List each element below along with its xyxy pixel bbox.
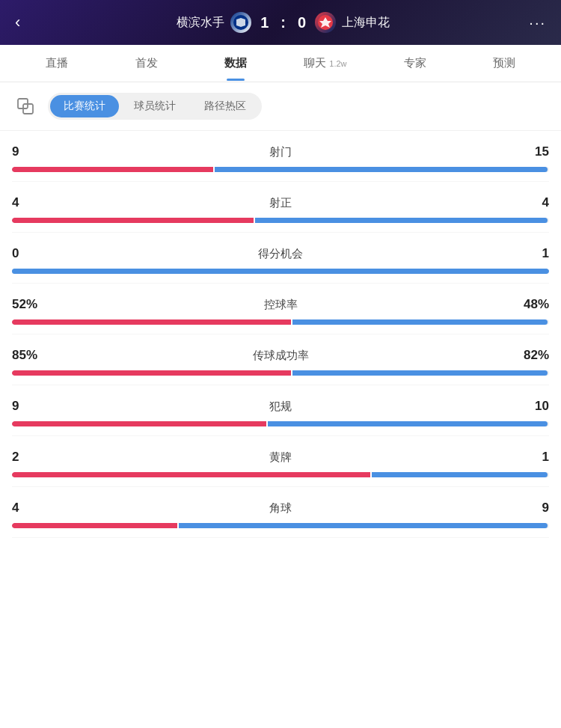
score-away: 0	[295, 14, 309, 31]
stat-row: 85% 传球成功率 82%	[12, 334, 549, 385]
sub-tab-group: 比赛统计 球员统计 路径热区	[48, 93, 262, 120]
more-button[interactable]: ···	[529, 14, 546, 31]
stat-right-value: 4	[512, 195, 549, 210]
bar-right	[179, 523, 548, 528]
copy-icon[interactable]	[12, 93, 39, 120]
score-home: 1	[257, 14, 272, 31]
stat-left-value: 52%	[12, 297, 49, 312]
home-team-name: 横滨水手	[177, 15, 224, 31]
stat-bars	[12, 218, 549, 223]
stat-bars	[12, 523, 549, 528]
stat-label: 传球成功率	[49, 349, 512, 363]
stat-row: 9 射门 15	[12, 131, 549, 182]
bar-left	[12, 319, 291, 325]
main-content: 比赛统计 球员统计 路径热区 9 射门 15 4 射正 4 0	[0, 82, 561, 728]
bar-right	[292, 370, 548, 376]
chat-badge: 1.2w	[329, 59, 346, 68]
stat-left-value: 4	[12, 195, 49, 210]
bar-left	[12, 218, 254, 223]
stat-left-value: 9	[12, 399, 49, 414]
bar-right	[268, 421, 548, 426]
bar-right	[255, 218, 548, 223]
stat-bars	[12, 167, 549, 172]
bar-right	[292, 319, 548, 325]
stat-bars	[12, 421, 549, 426]
stat-row: 2 黄牌 1	[12, 436, 549, 487]
stat-row: 4 角球 9	[12, 487, 549, 538]
home-team-badge	[230, 12, 251, 33]
stat-label: 黄牌	[49, 450, 512, 465]
back-button[interactable]: ‹	[15, 13, 37, 32]
bar-left	[12, 421, 266, 426]
stat-bars	[12, 370, 549, 376]
match-header: ‹ 横滨水手 1 : 0 上海申花 ···	[0, 0, 561, 45]
stat-left-value: 4	[12, 501, 49, 516]
away-team-name: 上海申花	[342, 15, 390, 31]
sub-tabs-bar: 比赛统计 球员统计 路径热区	[0, 82, 561, 131]
stat-left-value: 9	[12, 144, 49, 159]
tab-predict[interactable]: 预测	[459, 46, 549, 81]
tab-lineup[interactable]: 首发	[102, 46, 191, 81]
stat-label: 控球率	[49, 298, 512, 312]
stat-row: 52% 控球率 48%	[12, 284, 549, 334]
stat-left-value: 2	[12, 450, 49, 465]
stat-bars	[12, 472, 549, 477]
stat-left-value: 0	[12, 246, 49, 261]
stat-right-value: 1	[512, 450, 549, 465]
tab-data[interactable]: 数据	[191, 46, 280, 81]
bar-left	[12, 370, 291, 376]
stat-row: 4 射正 4	[12, 182, 549, 233]
bar-right	[215, 167, 548, 172]
stat-label: 射门	[49, 145, 512, 159]
stat-right-value: 15	[512, 144, 549, 159]
stat-right-value: 10	[512, 399, 549, 414]
stat-left-value: 85%	[12, 348, 49, 363]
stat-label: 得分机会	[49, 247, 512, 261]
score-separator: :	[278, 14, 289, 31]
stat-row: 9 犯规 10	[12, 385, 549, 436]
stat-right-value: 48%	[512, 297, 549, 312]
sub-tab-heatmap[interactable]: 路径热区	[191, 95, 260, 117]
stat-bars	[12, 319, 549, 325]
stat-right-value: 9	[512, 501, 549, 516]
stat-label: 角球	[49, 501, 512, 516]
stat-right-value: 1	[512, 246, 549, 261]
stats-container: 9 射门 15 4 射正 4 0 得分机会 1	[0, 131, 561, 538]
match-info: 横滨水手 1 : 0 上海申花	[177, 12, 390, 33]
tab-live[interactable]: 直播	[12, 46, 102, 81]
stat-row: 0 得分机会 1	[12, 233, 549, 284]
tab-chat[interactable]: 聊天 1.2w	[280, 46, 370, 81]
nav-tabs: 直播 首发 数据 聊天 1.2w 专家 预测	[0, 45, 561, 82]
bar-left	[12, 167, 213, 172]
sub-tab-player-stats[interactable]: 球员统计	[120, 95, 189, 117]
stat-label: 犯规	[49, 400, 512, 414]
bar-right	[372, 472, 548, 477]
bar-left	[12, 472, 370, 477]
away-team-badge	[315, 12, 336, 33]
bar-left	[12, 523, 177, 528]
stat-label: 射正	[49, 196, 512, 210]
tab-expert[interactable]: 专家	[370, 46, 460, 81]
stat-right-value: 82%	[512, 348, 549, 363]
stat-bars	[12, 269, 549, 274]
bar-right	[12, 269, 549, 274]
sub-tab-match-stats[interactable]: 比赛统计	[50, 95, 119, 117]
